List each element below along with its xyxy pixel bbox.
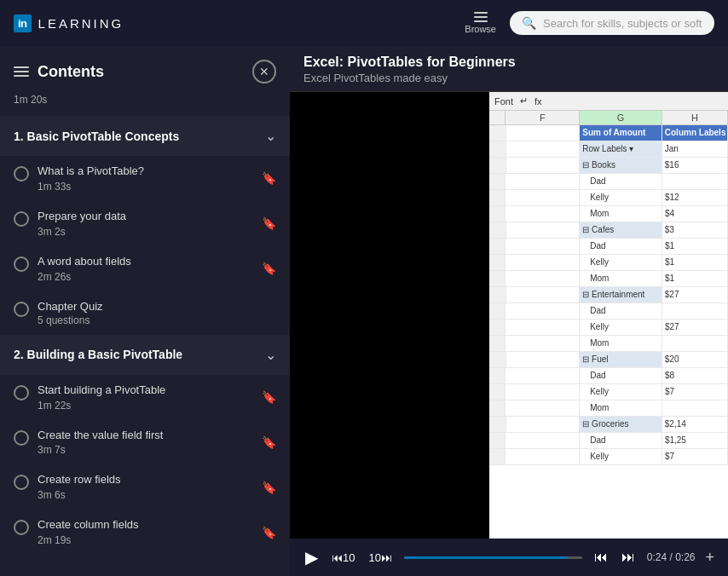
play-button[interactable]: ▶ [303,545,320,569]
video-controls: ▶ ⏮10 10⏭ ⏮ ⏭ 0:24 / 0:26 + [290,539,728,576]
section-2-header[interactable]: 2. Building a Basic PivotTable ⌄ [0,335,290,375]
pivot-col-labels: Column Labels [662,125,728,141]
lesson-left: Create the value field first 3m 7s [14,429,163,457]
lesson-title: What is a PivotTable? [38,164,144,179]
skip-forward-button[interactable]: ⏭ [620,548,637,567]
bookmark-icon[interactable]: 🔖 [262,526,276,539]
ss-data-row: Kelly $7 [489,384,728,400]
row-num [489,141,506,157]
bookmark-icon[interactable]: 🔖 [262,171,276,185]
completion-circle [14,430,29,446]
ss-data-row: Kelly $12 [489,190,728,206]
lesson-item[interactable]: Create the value field first 3m 7s 🔖 [0,420,290,465]
lesson-title: A word about fields [38,255,131,269]
chevron-down-icon: ⌄ [265,128,276,144]
row-num [489,125,506,141]
lesson-duration: 3m 2s [38,226,126,238]
search-icon: 🔍 [522,16,536,30]
ss-data-row: ⊟ Fuel $20 [489,352,728,368]
lesson-info: A word about fields 2m 26s [38,255,131,283]
lesson-item[interactable]: Create column fields 2m 19s 🔖 [0,510,290,555]
progress-fill [404,556,568,559]
lesson-item[interactable]: Create row fields 3m 6s 🔖 [0,464,290,510]
lesson-left: Create column fields 2m 19s [14,518,139,546]
ss-data-row: Dad [489,303,728,320]
sidebar-scrollable[interactable]: 1m 20s 1. Basic PivotTable Concepts ⌄ Wh… [0,94,290,576]
search-bar[interactable]: 🔍 Search for skills, subjects or soft [510,11,714,35]
quiz-count: 5 questions [38,314,103,326]
spreadsheet-preview: Font ↵ fx F G H Sum of Amount Column Lab… [489,92,728,539]
toolbar-font-label: Font [494,96,513,107]
pivot-header-row-2: Row Labels ▾ Jan [489,141,728,158]
lesson-duration: 2m 26s [38,271,131,283]
video-title: Excel: PivotTables for Beginners [303,55,714,70]
video-player[interactable] [290,92,489,539]
black-video-frame [290,92,489,539]
progress-bar[interactable] [404,556,582,559]
ss-data-row: Kelly $1 [489,255,728,271]
time-current: 0:24 [647,551,667,563]
nav-center: Browse 🔍 Search for skills, subjects or … [465,11,714,35]
search-placeholder: Search for skills, subjects or soft [543,17,702,30]
learning-text: LEARNING [38,16,124,31]
ss-data-row: Mom [489,400,728,417]
lesson-title: Prepare your data [38,210,126,224]
lesson-item[interactable]: Prepare your data 3m 2s 🔖 [0,201,290,246]
lesson-left: What is a PivotTable? 1m 33s [14,164,144,193]
lesson-duration: 1m 22s [38,400,165,412]
sidebar-header: Contents ✕ [0,46,290,94]
spreadsheet-toolbar: Font ↵ fx [489,92,728,111]
completion-circle [14,475,29,490]
back-10-button[interactable]: ⏮10 [330,550,356,566]
toolbar-separator: ↵ [520,95,528,107]
ss-data-row: Dad $1,25 [489,433,728,449]
nav-left: in LEARNING [14,14,124,32]
lesson-item[interactable]: A word about fields 2m 26s 🔖 [0,246,290,291]
ss-data-row: Mom $1 [489,271,728,287]
lesson-duration: 2m 19s [38,534,139,546]
top-navigation: in LEARNING Browse 🔍 Search for skills, … [0,0,728,46]
jan-label: Jan [662,141,728,157]
section-2-title: 2. Building a Basic PivotTable [14,348,182,361]
video-area: Excel: PivotTables for Beginners Excel P… [290,46,728,576]
skip-back-button[interactable]: ⏮ [592,548,610,567]
completion-circle [14,166,29,181]
ss-data-row: Dad $8 [489,368,728,384]
bookmark-icon[interactable]: 🔖 [262,390,276,404]
hamburger-icon[interactable] [14,66,29,77]
lesson-duration: 3m 6s [38,489,121,501]
completion-circle [14,302,29,317]
quiz-info: Chapter Quiz 5 questions [38,300,103,326]
browse-button[interactable]: Browse [465,12,496,34]
lesson-duration: 1m 33s [38,181,144,193]
bookmark-icon[interactable]: 🔖 [262,435,276,449]
forward-10-button[interactable]: 10⏭ [367,550,393,566]
quiz-title: Chapter Quiz [38,300,103,313]
col-header-h: H [662,111,728,124]
sidebar-title-row: Contents [14,63,104,81]
completion-circle [14,211,29,227]
ss-data-row: Mom $4 [489,206,728,222]
lesson-title: Create row fields [38,473,121,487]
bookmark-icon[interactable]: 🔖 [262,216,276,230]
time-total: 0:26 [675,551,695,563]
lesson-title: Create column fields [38,518,139,533]
quiz-item[interactable]: Chapter Quiz 5 questions [0,291,290,335]
lesson-item[interactable]: What is a PivotTable? 1m 33s 🔖 [0,156,290,201]
bookmark-icon[interactable]: 🔖 [262,262,276,275]
completion-circle [14,520,29,535]
col-header-row [489,111,506,124]
time-display: 0:24 / 0:26 [647,551,696,563]
section-1-header[interactable]: 1. Basic PivotTable Concepts ⌄ [0,116,290,156]
lesson-item[interactable]: Start building a PivotTable 1m 22s 🔖 [0,375,290,420]
bookmark-icon[interactable]: 🔖 [262,481,276,494]
ss-data-row: Mom [489,336,728,352]
lesson-info: What is a PivotTable? 1m 33s [38,164,144,193]
completion-circle [14,256,29,272]
add-icon[interactable]: + [705,549,714,567]
video-content-row: Font ↵ fx F G H Sum of Amount Column Lab… [290,92,728,539]
close-button[interactable]: ✕ [252,60,276,84]
lesson-info: Create column fields 2m 19s [38,518,139,546]
pivot-header-row-1: Sum of Amount Column Labels [489,125,728,141]
lesson-info: Create the value field first 3m 7s [38,429,163,457]
